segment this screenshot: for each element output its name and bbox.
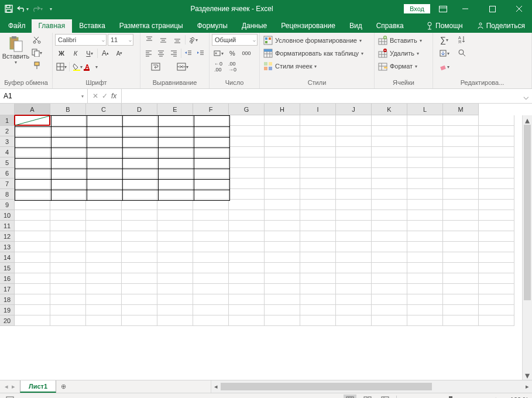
cell[interactable] [443,221,479,231]
cell[interactable] [372,294,407,305]
cell[interactable] [407,210,443,221]
cell[interactable] [300,179,336,189]
cell[interactable] [86,305,122,315]
cell[interactable] [479,221,514,231]
cell[interactable] [372,179,407,189]
comma-format-icon[interactable]: 000 [240,47,253,59]
cell[interactable] [336,126,372,136]
cell[interactable] [300,210,336,221]
cell[interactable] [50,305,86,315]
cell[interactable] [407,179,443,189]
cell[interactable] [157,284,193,294]
bold-button[interactable]: Ж [55,47,68,59]
cell[interactable] [229,200,265,210]
cell[interactable] [86,231,122,242]
cell[interactable] [50,284,86,294]
cell[interactable] [407,200,443,210]
cell[interactable] [193,294,229,305]
cell[interactable] [193,136,229,147]
cell[interactable] [15,273,50,284]
cell[interactable] [122,168,157,179]
cell[interactable] [86,273,122,284]
cell[interactable] [193,242,229,252]
cell[interactable] [157,115,193,126]
cell[interactable] [265,305,300,315]
cell[interactable] [479,210,514,221]
cancel-formula-icon[interactable]: ✕ [92,92,98,100]
cell[interactable] [372,305,407,315]
cell[interactable] [86,284,122,294]
row-header[interactable]: 2 [0,126,15,136]
cell[interactable] [193,189,229,200]
cell[interactable] [15,189,50,200]
cell[interactable] [229,284,265,294]
format-painter-icon[interactable] [30,60,43,71]
cell[interactable] [336,210,372,221]
fx-icon[interactable]: fx [111,92,116,100]
cell[interactable] [157,136,193,147]
cell[interactable] [372,200,407,210]
cell[interactable] [372,210,407,221]
cell[interactable] [15,231,50,242]
cell[interactable] [157,305,193,315]
prev-sheet-icon[interactable]: ◂ [5,383,8,390]
cell[interactable] [443,168,479,179]
column-header[interactable]: J [336,104,372,115]
cell[interactable] [443,179,479,189]
cell[interactable] [265,263,300,273]
cell[interactable] [15,179,50,189]
add-sheet-button[interactable]: ⊕ [56,380,70,393]
cells-area[interactable] [15,115,521,380]
increase-decimal-icon[interactable]: ←0.00 [212,61,225,73]
cell[interactable] [372,168,407,179]
cell[interactable] [407,273,443,284]
cell[interactable] [229,315,265,326]
cell[interactable] [407,315,443,326]
cell[interactable] [443,242,479,252]
cell[interactable] [336,115,372,126]
cell[interactable] [50,252,86,263]
cell[interactable] [300,147,336,157]
cell[interactable] [193,200,229,210]
cell[interactable] [443,210,479,221]
cell[interactable] [265,210,300,221]
cell[interactable] [300,231,336,242]
cell[interactable] [15,210,50,221]
cell[interactable] [479,294,514,305]
undo-icon[interactable]: ▾ [16,2,29,15]
tab-review[interactable]: Рецензирование [274,19,342,33]
cell[interactable] [157,315,193,326]
cell[interactable] [300,126,336,136]
cell[interactable] [300,315,336,326]
row-header[interactable]: 11 [0,221,15,231]
row-header[interactable]: 5 [0,157,15,168]
column-header[interactable]: D [122,104,157,115]
cell[interactable] [372,231,407,242]
scroll-thumb[interactable] [524,125,531,300]
sheet-tab-active[interactable]: Лист1 [20,380,56,393]
cell[interactable] [50,168,86,179]
cell[interactable] [193,210,229,221]
cell[interactable] [193,305,229,315]
cell[interactable] [336,200,372,210]
cell[interactable] [86,179,122,189]
save-icon[interactable] [2,2,15,15]
cell[interactable] [479,284,514,294]
column-header[interactable]: E [157,104,193,115]
cell[interactable] [122,147,157,157]
cell[interactable] [265,221,300,231]
align-bottom-icon[interactable] [171,34,184,46]
number-format-combo[interactable]: Общий⌵ [212,34,258,46]
column-header[interactable]: A [15,104,50,115]
cell[interactable] [86,136,122,147]
format-cells-button[interactable]: Формат▾ [377,60,430,73]
vertical-scrollbar[interactable]: ▴ ▾ [522,115,532,380]
format-as-table-button[interactable]: Форматировать как таблицу▾ [262,47,372,60]
cell[interactable] [300,252,336,263]
cell[interactable] [122,157,157,168]
conditional-formatting-button[interactable]: Условное форматирование▾ [262,34,372,47]
cell[interactable] [122,263,157,273]
cell[interactable] [157,168,193,179]
cell[interactable] [479,315,514,326]
align-center-icon[interactable] [156,47,167,59]
